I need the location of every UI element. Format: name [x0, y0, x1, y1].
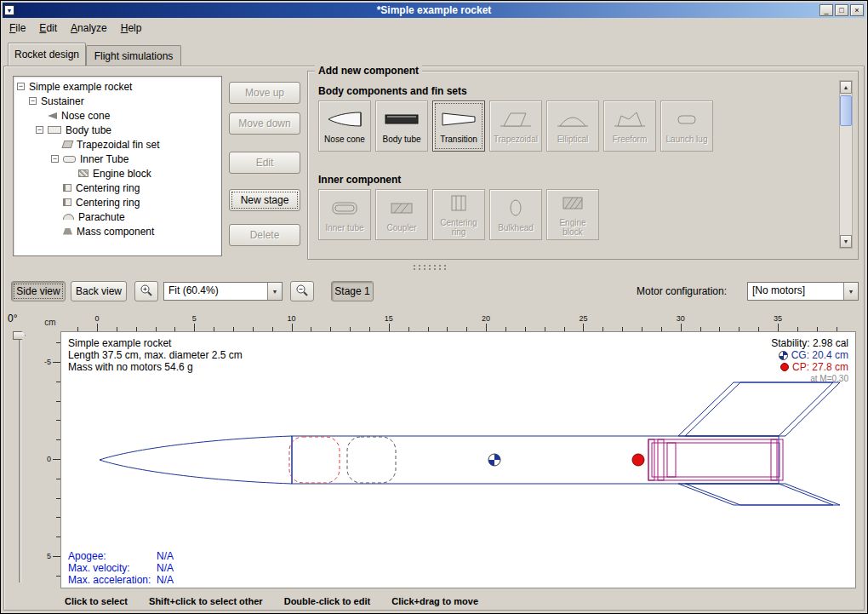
minimize-button[interactable]: _ — [819, 4, 833, 16]
cg-icon — [779, 351, 788, 360]
ruler-tick — [97, 324, 98, 331]
add-coupler-button[interactable]: Coupler — [375, 189, 428, 240]
scroll-down-icon[interactable]: ▼ — [840, 235, 852, 248]
tree-expander-icon[interactable]: − — [29, 97, 37, 105]
tree-item-rocket[interactable]: −Simple example rocket — [14, 79, 221, 94]
rotation-control: 0° — [1, 309, 40, 591]
cg-value: CG: 20.4 cm — [791, 349, 848, 361]
inner-tube-icon — [63, 156, 76, 163]
add-engine-block-button[interactable]: Engine block — [546, 189, 599, 240]
motor-configuration-combo[interactable]: [No motors] ▼ — [747, 282, 859, 301]
tree-item-label: Nose cone — [61, 110, 110, 122]
hint-double-click: Double-click to edit — [284, 596, 370, 606]
tree-item-sustainer[interactable]: −Sustainer — [14, 94, 221, 108]
window-menu-icon[interactable]: ▼ — [4, 5, 14, 15]
mass-component-icon — [63, 228, 72, 235]
tree-item-parachute[interactable]: Parachute — [14, 209, 221, 224]
tree-expander-icon[interactable]: − — [17, 83, 25, 90]
close-button[interactable]: × — [850, 4, 864, 16]
add-nose-cone-button[interactable]: Nose cone — [318, 100, 371, 152]
nose-cone-icon — [326, 109, 363, 133]
tree-item-engine-block[interactable]: Engine block — [14, 166, 221, 181]
add-transition-button[interactable]: Transition — [432, 100, 485, 152]
component-tree[interactable]: −Simple example rocket −Sustainer Nose c… — [13, 76, 222, 256]
title-bar[interactable]: ▼ *Simple example rocket _ □ × — [3, 3, 865, 18]
tab-flight-simulations[interactable]: Flight simulations — [86, 45, 181, 66]
ruler-tick — [53, 556, 60, 557]
ruler-tick — [53, 459, 60, 460]
menu-analyze[interactable]: Analyze — [64, 20, 114, 36]
ruler-tick — [292, 324, 293, 331]
add-inner-tube-button[interactable]: Inner tube — [318, 189, 371, 240]
motor-configuration-label: Motor configuration: — [637, 285, 727, 297]
h-ruler-label: 10 — [288, 314, 296, 323]
tree-item-centering-ring-1[interactable]: Centering ring — [14, 181, 221, 195]
tree-item-label: Engine block — [93, 168, 151, 180]
tree-item-label: Trapezoidal fin set — [77, 139, 160, 151]
add-body-tube-button[interactable]: Body tube — [375, 100, 428, 152]
zoom-out-icon — [295, 284, 309, 300]
tree-item-centering-ring-2[interactable]: Centering ring — [14, 195, 221, 209]
maximize-button[interactable]: □ — [835, 4, 848, 16]
zoom-level-combo[interactable]: Fit (60.4%) ▼ — [163, 282, 283, 301]
chevron-down-icon[interactable]: ▼ — [267, 283, 282, 300]
inner-tube-outline[interactable] — [648, 439, 783, 480]
tree-expander-icon[interactable]: − — [51, 155, 59, 163]
rocket-dimensions: Length 37.5 cm, max. diameter 2.5 cm — [68, 349, 243, 361]
scroll-up-icon[interactable]: ▲ — [840, 81, 852, 94]
move-down-button[interactable]: Move down — [229, 112, 300, 135]
rotation-value: 0° — [8, 313, 17, 324]
chevron-down-icon[interactable]: ▼ — [843, 283, 858, 300]
ruler-tick — [194, 324, 195, 331]
rotation-slider-handle[interactable] — [13, 331, 26, 340]
add-freeform-fin-button[interactable]: Freeform — [603, 100, 656, 152]
move-up-button[interactable]: Move up — [229, 82, 300, 104]
ruler-tick — [486, 324, 487, 331]
rotation-slider-track[interactable] — [19, 335, 21, 582]
scrollbar-thumb[interactable] — [840, 95, 852, 126]
tree-expander-icon[interactable]: − — [36, 126, 43, 134]
back-view-button[interactable]: Back view — [71, 281, 127, 301]
new-stage-button[interactable]: New stage — [229, 189, 300, 211]
tree-item-nose-cone[interactable]: Nose cone — [14, 108, 221, 123]
tab-rocket-design[interactable]: Rocket design — [8, 43, 86, 66]
mass-component-outline[interactable] — [347, 437, 396, 483]
delete-button[interactable]: Delete — [229, 224, 300, 246]
parachute-outline[interactable] — [289, 437, 340, 483]
menu-file[interactable]: File — [3, 20, 32, 36]
add-elliptical-fin-button[interactable]: Elliptical — [546, 100, 599, 152]
inner-tube-icon — [326, 198, 363, 221]
h-ruler-label: 25 — [579, 314, 587, 323]
add-launch-lug-button[interactable]: Launch lug — [660, 100, 713, 152]
component-panel-scrollbar[interactable]: ▲ ▼ — [839, 80, 853, 249]
menu-help[interactable]: Help — [114, 20, 149, 36]
centering-ring-icon — [63, 198, 71, 206]
edit-button[interactable]: Edit — [229, 152, 300, 174]
tree-item-inner-tube[interactable]: −Inner Tube — [14, 152, 221, 166]
add-bulkhead-button[interactable]: Bulkhead — [489, 189, 542, 240]
split-pane-divider[interactable] — [412, 264, 449, 271]
nose-cone-outline[interactable] — [100, 436, 292, 484]
centering-ring-icon — [63, 184, 71, 192]
coupler-icon — [383, 198, 420, 221]
flight-stats: Apogee:N/A Max. velocity:N/A Max. accele… — [68, 550, 272, 586]
side-view-button[interactable]: Side view — [11, 281, 66, 301]
stage-1-toggle[interactable]: Stage 1 — [331, 281, 374, 301]
hint-click-drag: Click+drag to move — [391, 596, 478, 606]
max-acceleration-value: N/A — [157, 574, 174, 586]
add-trapezoidal-fin-button[interactable]: Trapezoidal — [489, 100, 542, 152]
zoom-out-button[interactable] — [290, 281, 314, 301]
tree-item-label: Sustainer — [41, 95, 84, 107]
stability-info: Stability: 2.98 cal CG: 20.4 cm CP: 27.8… — [771, 337, 848, 385]
tree-item-fin-set[interactable]: Trapezoidal fin set — [14, 137, 221, 152]
add-centering-ring-button[interactable]: Centering ring — [432, 189, 485, 240]
h-ruler-label: 5 — [192, 314, 197, 323]
tree-item-body-tube[interactable]: −Body tube — [14, 123, 221, 137]
zoom-in-button[interactable] — [134, 281, 158, 301]
menu-edit[interactable]: Edit — [32, 20, 64, 36]
rocket-design-canvas[interactable]: Simple example rocket Length 37.5 cm, ma… — [60, 331, 856, 588]
tree-item-mass-component[interactable]: Mass component — [14, 224, 221, 238]
tree-action-buttons: Move up Move down Edit New stage Delete — [229, 82, 300, 252]
fin-set-outline[interactable] — [678, 382, 840, 505]
rocket-mass: Mass with no motors 54.6 g — [68, 361, 243, 373]
